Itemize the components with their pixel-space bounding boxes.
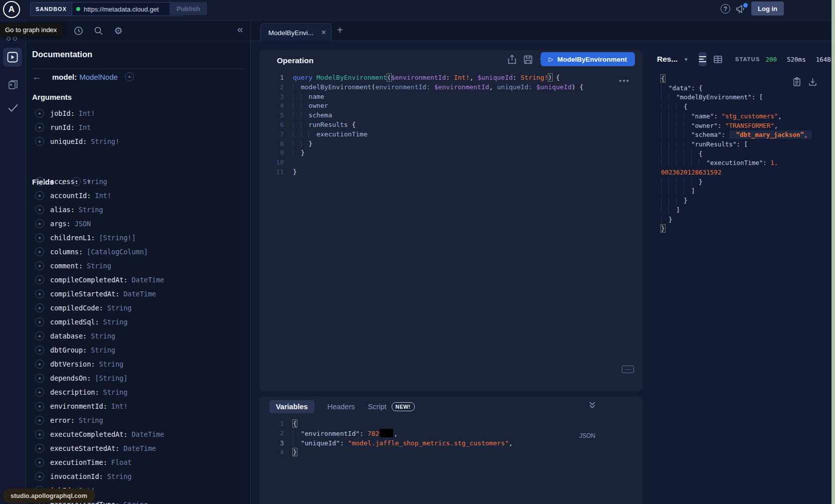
- add-field-button[interactable]: [35, 317, 44, 326]
- add-field-button[interactable]: [35, 191, 44, 200]
- add-field-button[interactable]: [35, 402, 44, 411]
- breadcrumb-field: model:: [52, 73, 77, 81]
- tab-modelbyenvironment[interactable]: ModelByEnvi... ×: [260, 23, 331, 42]
- add-field-button[interactable]: [35, 303, 44, 312]
- status-code: 200: [765, 56, 777, 63]
- variables-editor[interactable]: 1{2 "environmentId": 782,3 "uniqueId": "…: [263, 419, 513, 457]
- tab-bar: ModelByEnvi... × +: [251, 21, 831, 41]
- add-field-button[interactable]: [35, 374, 44, 383]
- help-icon[interactable]: ?: [721, 4, 730, 14]
- collapse-sidebar-icon[interactable]: «: [237, 23, 243, 35]
- operation-editor[interactable]: 1query ModelByEnvironment($environmentId…: [263, 73, 583, 177]
- field-row: invocationId:String: [26, 469, 251, 483]
- align-left-icon: [699, 56, 707, 63]
- response-title[interactable]: Res...: [657, 55, 678, 64]
- tab-script[interactable]: Script: [368, 403, 387, 411]
- run-operation-button[interactable]: ▷ ModelByEnvironment: [541, 52, 635, 66]
- browser-status-text: studio.apollographql.com: [3, 488, 95, 503]
- json-view-toggle[interactable]: [699, 52, 707, 66]
- add-field-button[interactable]: [35, 219, 44, 228]
- search-icon[interactable]: [92, 25, 104, 37]
- add-field-button[interactable]: [35, 261, 44, 270]
- back-arrow-icon[interactable]: ←: [32, 72, 41, 82]
- breadcrumb-type[interactable]: ModelNode: [79, 73, 118, 81]
- variables-tab-strip: Variables Headers Script NEW!: [269, 400, 415, 413]
- field-row: error:String: [26, 413, 251, 427]
- add-field-button[interactable]: [35, 205, 44, 214]
- arguments-heading: Arguments: [32, 93, 72, 101]
- nav-schema[interactable]: [7, 79, 19, 91]
- announcements-icon[interactable]: [735, 4, 747, 15]
- response-json-viewer[interactable]: { "data": { "modelByEnvironment": [ { "n…: [661, 74, 812, 234]
- keyboard-shortcuts-icon[interactable]: [622, 366, 634, 373]
- play-icon: ▷: [549, 56, 553, 63]
- add-field-button[interactable]: [35, 289, 44, 298]
- add-field-button[interactable]: [35, 472, 44, 481]
- documentation-panel: ⚙ « Documentation ← model: ModelNode Arg…: [26, 21, 251, 504]
- table-icon: [714, 56, 722, 63]
- response-panel: Res... ▾ STATUS 200 520ms 164B: [652, 50, 828, 504]
- share-icon[interactable]: [508, 55, 517, 64]
- field-row: compiledCode:String: [26, 301, 251, 315]
- editor-overflow-menu-icon[interactable]: •••: [619, 76, 630, 85]
- add-field-button[interactable]: [35, 331, 44, 341]
- arguments-list: jobId:Int! runId:Int uniqueId:String!: [26, 106, 251, 148]
- field-row: childrenL1:[String!]: [26, 231, 251, 245]
- field-row: comment:String: [26, 259, 251, 273]
- status-label: STATUS: [735, 56, 760, 62]
- tab-close-icon[interactable]: ×: [321, 28, 326, 37]
- settings-gear-icon[interactable]: ⚙: [112, 25, 124, 37]
- endpoint-group: SANDBOX https://metadata.cloud.get ⚙: [30, 2, 183, 16]
- divider: [32, 69, 245, 69]
- publish-button[interactable]: Publish: [170, 2, 207, 15]
- response-header: Res... ▾ STATUS 200 520ms 164B: [652, 50, 828, 68]
- run-button-label: ModelByEnvironment: [557, 56, 627, 63]
- apollo-studio-app: A SANDBOX https://metadata.cloud.get ⚙ P…: [0, 0, 835, 504]
- schema-docs-icon: [8, 79, 19, 90]
- notification-dot: [743, 3, 748, 8]
- connection-status-dot: [76, 7, 80, 11]
- fields-list: access:String accountId:Int! alias:Strin…: [26, 175, 251, 504]
- add-field-button[interactable]: [35, 388, 44, 397]
- nav-checklist[interactable]: [7, 102, 19, 114]
- sandbox-badge: SANDBOX: [31, 3, 72, 16]
- argument-row: jobId:Int!: [26, 106, 251, 120]
- add-field-button[interactable]: [35, 177, 44, 186]
- tab-headers[interactable]: Headers: [327, 403, 355, 411]
- add-field-button[interactable]: [35, 416, 44, 425]
- collapse-panel-icon[interactable]: [589, 401, 596, 409]
- response-dropdown-chevron-icon[interactable]: ▾: [685, 56, 688, 63]
- add-field-button[interactable]: [35, 346, 44, 355]
- operation-title: Operation: [277, 56, 313, 65]
- checkmark-icon: [7, 103, 19, 113]
- add-field-button[interactable]: [35, 233, 44, 242]
- save-icon[interactable]: [524, 55, 533, 64]
- field-row: access:String: [26, 175, 251, 189]
- apollo-logo[interactable]: A: [3, 1, 20, 18]
- history-icon[interactable]: [72, 25, 84, 37]
- add-field-button[interactable]: [35, 275, 44, 284]
- nav-explorer-active[interactable]: [3, 48, 22, 67]
- new-tab-button[interactable]: +: [337, 25, 343, 36]
- field-row: columns:[CatalogColumn]: [26, 245, 251, 259]
- add-all-fields-button[interactable]: [125, 72, 134, 81]
- add-field-button[interactable]: [35, 458, 44, 467]
- add-field-button[interactable]: [35, 430, 44, 439]
- field-row: accountId:Int!: [26, 189, 251, 203]
- endpoint-url-input[interactable]: https://metadata.cloud.get ⚙: [72, 3, 183, 16]
- add-argument-button[interactable]: [35, 109, 44, 118]
- argument-row: runId:Int: [26, 120, 251, 134]
- table-view-toggle[interactable]: [714, 52, 722, 66]
- add-field-button[interactable]: [35, 444, 44, 453]
- tab-title: ModelByEnvi...: [268, 29, 318, 37]
- response-duration: 520ms: [787, 56, 806, 63]
- add-argument-button[interactable]: [35, 123, 44, 132]
- graph-index-icon[interactable]: [7, 37, 17, 41]
- breadcrumb: ← model: ModelNode: [32, 71, 134, 83]
- tab-variables[interactable]: Variables: [269, 400, 314, 413]
- variables-panel: Variables Headers Script NEW! JSON 1{2 "…: [259, 396, 643, 504]
- add-field-button[interactable]: [35, 360, 44, 369]
- add-field-button[interactable]: [35, 247, 44, 256]
- add-argument-button[interactable]: [35, 137, 44, 146]
- login-button[interactable]: Log in: [751, 2, 784, 16]
